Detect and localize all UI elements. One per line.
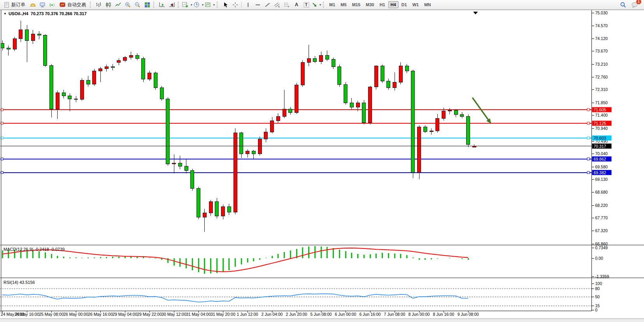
- price-tick-label: 67.770: [595, 215, 608, 220]
- add-indicator-button[interactable]: ▾: [182, 0, 193, 9]
- timeframe-h1[interactable]: H1: [377, 1, 387, 8]
- price-tick-label: 75.030: [595, 10, 608, 15]
- candle-body: [399, 66, 402, 82]
- candle-body: [148, 73, 151, 79]
- timeframe-d1[interactable]: D1: [399, 1, 409, 8]
- time-axis[interactable]: 24 May 202324 May 16:0025 May 08:0026 Ma…: [1, 311, 479, 317]
- chart-canvas[interactable]: 75.03074.57074.12073.67073.21072.76072.3…: [0, 10, 644, 322]
- cursor-tool-button[interactable]: [221, 0, 230, 9]
- chart-symbol: USOil-,H4: [9, 11, 28, 16]
- time-tick-label: 25 May 08:00: [39, 312, 64, 317]
- crosshair-tool-button[interactable]: [230, 0, 240, 9]
- timeframe-m1[interactable]: M1: [327, 1, 337, 8]
- time-tick-label: 24 May 16:00: [14, 312, 39, 317]
- timeframe-m15[interactable]: M15: [350, 1, 363, 8]
- time-tick-label: 26 May 16:00: [88, 312, 113, 317]
- candle-body: [86, 80, 90, 84]
- auto-scroll-button[interactable]: [157, 0, 167, 9]
- price-tick-label: 0: [595, 308, 598, 312]
- chart-shift-marker[interactable]: [473, 12, 478, 14]
- text-label-tool-button[interactable]: T: [302, 0, 311, 9]
- rsi-indicator-label: RSI(14) 43.5156: [4, 280, 35, 285]
- zoom-out-icon: [134, 2, 141, 8]
- candle-body: [411, 71, 415, 173]
- hline-70.603[interactable]: [0, 137, 592, 139]
- autotrading-button[interactable]: 自动交易: [57, 0, 88, 9]
- timeframe-w1[interactable]: W1: [410, 1, 421, 8]
- symbol-dropdown-icon[interactable]: ▼: [4, 12, 7, 16]
- timeframe-m5[interactable]: M5: [338, 1, 349, 8]
- line-chart-button[interactable]: [113, 0, 123, 9]
- trend-arrow-annotation[interactable]: [472, 98, 491, 124]
- hline-handle[interactable]: [1, 108, 3, 111]
- timeframe-h4[interactable]: H4: [388, 1, 398, 8]
- notification-badge: 1: [636, 0, 641, 4]
- periods-button[interactable]: ▾: [193, 0, 204, 9]
- time-tick-label: 31 May 04:00: [186, 312, 211, 317]
- axis-price-flag-70.317: 70.317: [592, 144, 612, 149]
- equidistant-channel-tool-button[interactable]: E: [272, 0, 282, 9]
- gold-ingot-icon: [30, 2, 36, 8]
- price-tick-label: 72.310: [595, 87, 608, 92]
- candle-body: [467, 117, 470, 144]
- gold-ingot-button[interactable]: [28, 0, 37, 9]
- hline-handle[interactable]: [1, 122, 3, 124]
- chat-button[interactable]: 1: [630, 0, 639, 9]
- new-order-icon: [4, 2, 10, 8]
- timeframe-mn[interactable]: MN: [422, 1, 433, 8]
- hline-71.125[interactable]: [0, 122, 592, 124]
- text-tool-button[interactable]: A: [292, 0, 301, 9]
- candle-body: [44, 35, 47, 65]
- hline-handle[interactable]: [587, 108, 590, 111]
- price-tick-label: 50: [595, 294, 600, 299]
- hline-handle[interactable]: [1, 158, 3, 160]
- axis-price-flag-69.382: 69.382: [592, 170, 612, 175]
- candle-body: [172, 163, 176, 164]
- time-tick-label: 29 May 04:00: [112, 312, 137, 317]
- hline-handle[interactable]: [587, 158, 590, 160]
- candlestick-chart-button[interactable]: [104, 0, 113, 9]
- candle-body: [31, 34, 35, 41]
- vertical-line-tool-button[interactable]: [243, 0, 253, 9]
- fibonacci-tool-button[interactable]: F: [282, 0, 291, 9]
- new-order-button[interactable]: 新订单: [2, 0, 28, 9]
- time-tick-label: 2 Jun 04:00: [261, 312, 283, 317]
- horizontal-line-tool-button[interactable]: [253, 0, 262, 9]
- time-tick-label: 26 May 00:00: [63, 312, 88, 317]
- hline-69.862[interactable]: [0, 158, 592, 160]
- hline-handle[interactable]: [587, 122, 590, 124]
- time-tick-label: 6 Jun 00:00: [335, 312, 356, 317]
- hline-handle[interactable]: [1, 172, 3, 174]
- bar-chart-button[interactable]: [94, 0, 103, 9]
- toolbar-grip: [178, 2, 180, 8]
- hline-handle[interactable]: [587, 137, 590, 139]
- trendline-tool-button[interactable]: [263, 0, 272, 9]
- hline-handle[interactable]: [587, 172, 590, 174]
- candle-body: [142, 58, 145, 79]
- hline-69.382[interactable]: [0, 172, 592, 174]
- price-tick-label: 69.130: [595, 177, 608, 182]
- chart-shift-button[interactable]: [167, 0, 176, 9]
- svg-text:69.382: 69.382: [594, 170, 606, 175]
- terminal-button[interactable]: [38, 0, 47, 9]
- hline-handle[interactable]: [1, 137, 3, 139]
- signals-button[interactable]: [47, 0, 57, 9]
- new-order-label: 新订单: [11, 2, 25, 8]
- zoom-in-icon: [125, 2, 131, 8]
- candle-body: [369, 87, 372, 122]
- timeframe-m30[interactable]: M30: [363, 1, 376, 8]
- zoom-out-button[interactable]: [133, 0, 142, 9]
- zoom-in-button[interactable]: [123, 0, 132, 9]
- search-button[interactable]: [618, 0, 628, 9]
- trendline-icon: [265, 2, 270, 8]
- candle-body: [160, 88, 163, 99]
- tile-windows-button[interactable]: [142, 0, 152, 9]
- candle-body: [301, 62, 304, 85]
- templates-button[interactable]: ▾: [204, 0, 215, 9]
- price-tick-label: 74.570: [595, 23, 608, 28]
- candle-body: [454, 110, 458, 114]
- arrow-tools-button[interactable]: ▾: [311, 0, 321, 9]
- candle-body: [105, 67, 108, 69]
- price-tick-label: 70.040: [595, 151, 608, 156]
- price-tick-label: 70.940: [595, 126, 608, 131]
